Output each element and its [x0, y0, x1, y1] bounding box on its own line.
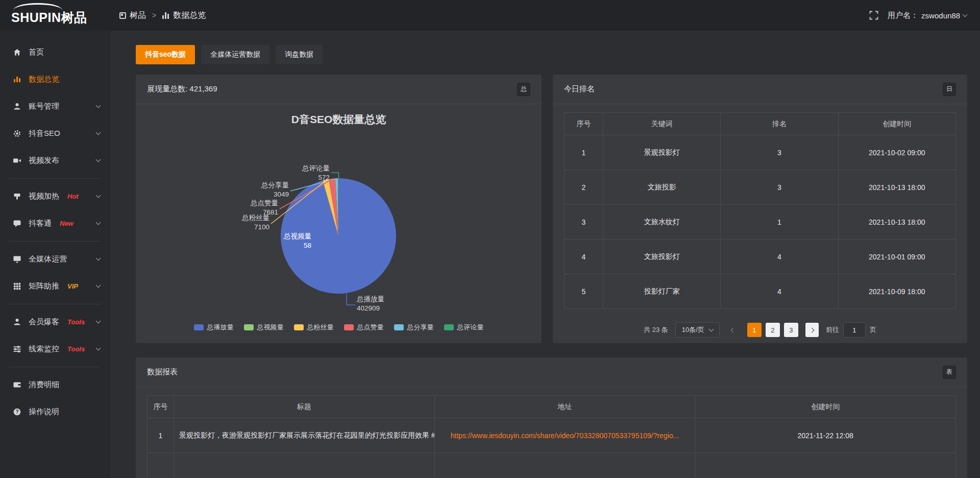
ranking-cell: 3: [565, 205, 603, 240]
sidebar-divider: [9, 178, 101, 179]
sidebar-item-heat-视频加热[interactable]: 视频加热Hot: [0, 183, 110, 210]
legend-label: 总视频量: [257, 323, 284, 332]
legend-swatch: [244, 324, 254, 330]
sidebar-item-label: 消费明细: [29, 380, 59, 390]
report-table: 序号标题地址创建时间1景观投影灯，夜游景观投影灯厂家展示展示落花灯在花园里的灯光…: [147, 395, 956, 478]
report-cell-empty: [174, 453, 435, 478]
ranking-cell: 2021-10-13 18:00: [839, 205, 956, 240]
report-panel: 数据报表 表 序号标题地址创建时间1景观投影灯，夜游景观投影灯厂家展示展示落花灯…: [136, 357, 967, 478]
tab-抖音seo数据[interactable]: 抖音seo数据: [136, 45, 195, 64]
report-link[interactable]: https://www.iesdouyin.com/share/video/70…: [451, 432, 679, 440]
report-header-地址: 地址: [435, 396, 696, 418]
username: zswodun88: [921, 11, 960, 20]
sidebar-item-sliders-线索监控[interactable]: 线索监控Tools: [0, 336, 110, 363]
sidebar-item-home-首页[interactable]: 首页: [0, 39, 110, 66]
report-cell-empty: [435, 453, 696, 478]
sidebar-item-user-会员爆客[interactable]: 会员爆客Tools: [0, 308, 110, 336]
chevron-down-icon: [96, 319, 101, 324]
sidebar-item-gear-抖音SEO[interactable]: 抖音SEO: [0, 120, 110, 147]
user-icon: [12, 102, 21, 111]
pie-label-总点赞量: 总点赞量: [250, 199, 278, 207]
main-content: 抖音seo数据全媒体运营数据询盘数据 展现量总数: 421,369 总 D音SE…: [110, 31, 980, 478]
pie-label-总播放量: 总播放量: [356, 295, 384, 303]
sidebar-item-bar-chart-数据总览[interactable]: 数据总览: [0, 66, 110, 93]
sidebar-item-wallet-消费明细[interactable]: 消费明细: [0, 371, 110, 398]
pie-label-总分享量-value: 3049: [274, 190, 289, 198]
sidebar-item-user-账号管理[interactable]: 账号管理: [0, 93, 110, 120]
ranking-header-关键词: 关键词: [603, 113, 721, 135]
app-shell: 首页数据总览账号管理抖音SEO视频发布视频加热Hot抖客通New全媒体运营矩阵助…: [0, 31, 980, 478]
pie-chart: 总评论量572总分享量3049总点赞量7681总粉丝量7100总视频量58总播放…: [136, 128, 542, 323]
ranking-table: 序号关键词排名创建时间1景观投影灯32021-10-02 09:002文旅投影3…: [564, 112, 956, 309]
username-label: 用户名：: [888, 11, 918, 20]
sidebar-item-label: 首页: [29, 47, 44, 57]
monitor-icon: [12, 255, 21, 264]
sidebar-item-tag: Tools: [67, 318, 85, 326]
sidebar-item-label: 抖音SEO: [29, 129, 60, 138]
page-buttons: 123: [747, 323, 798, 337]
ranking-table-wrap: 序号关键词排名创建时间1景观投影灯32021-10-02 09:002文旅投影3…: [553, 104, 967, 309]
legend-label: 总分享量: [407, 323, 434, 332]
question-icon: ?: [12, 408, 21, 417]
breadcrumb-root[interactable]: 树品: [119, 10, 146, 21]
sidebar-item-chat-抖客通[interactable]: 抖客通New: [0, 210, 110, 237]
legend-item-总粉丝量[interactable]: 总粉丝量: [294, 323, 334, 332]
legend-item-总评论量[interactable]: 总评论量: [444, 323, 484, 332]
total-badge[interactable]: 总: [517, 83, 530, 96]
page-button-1[interactable]: 1: [747, 323, 762, 337]
goto-page-input[interactable]: [843, 322, 866, 338]
prev-page-button[interactable]: [727, 323, 740, 337]
sidebar-item-label: 会员爆客: [29, 317, 59, 327]
impressions-total-label: 展现量总数: 421,369: [147, 84, 217, 94]
ranking-cell: 5: [565, 274, 603, 309]
ranking-panel-title: 今日排名: [564, 84, 595, 94]
sidebar-divider: [9, 241, 101, 242]
legend-item-总分享量[interactable]: 总分享量: [394, 323, 434, 332]
fullscreen-icon[interactable]: [869, 11, 878, 20]
ranking-cell: 文旅投影: [603, 170, 721, 205]
pie-label-总播放量-value: 402909: [357, 304, 380, 312]
ranking-header-序号: 序号: [565, 113, 603, 135]
page-button-3[interactable]: 3: [784, 323, 798, 337]
legend-item-总播放量[interactable]: 总播放量: [194, 323, 234, 332]
ranking-cell: 3: [721, 135, 838, 170]
breadcrumb: 树品 > 数据总览: [119, 10, 206, 21]
gear-icon: [12, 129, 21, 138]
ranking-cell: 2021-10-01 09:00: [839, 240, 956, 274]
ranking-cell: 4: [721, 274, 838, 309]
legend-label: 总评论量: [457, 323, 484, 332]
day-badge[interactable]: 日: [943, 83, 956, 96]
chat-icon: [12, 219, 21, 228]
ranking-cell: 文旅水纹灯: [603, 205, 721, 240]
sidebar-divider: [9, 367, 101, 367]
svg-text:?: ?: [15, 409, 18, 415]
sidebar-item-monitor-全媒体运营[interactable]: 全媒体运营: [0, 246, 110, 273]
pie-label-总粉丝量: 总粉丝量: [241, 214, 270, 222]
legend-swatch: [344, 324, 354, 330]
data-tabs: 抖音seo数据全媒体运营数据询盘数据: [136, 45, 967, 64]
legend-item-总视频量[interactable]: 总视频量: [244, 323, 284, 332]
sidebar-item-question-操作说明[interactable]: ?操作说明: [0, 398, 110, 425]
chevron-down-icon: [708, 326, 714, 331]
tab-全媒体运营数据[interactable]: 全媒体运营数据: [201, 45, 270, 64]
page-button-2[interactable]: 2: [766, 323, 780, 337]
sidebar-item-label: 全媒体运营: [29, 254, 67, 264]
sidebar-item-label: 视频加热: [29, 192, 59, 201]
logo-arc: [13, 3, 62, 10]
report-header-序号: 序号: [148, 396, 174, 418]
ranking-cell: 文旅投影灯: [603, 240, 721, 274]
legend-item-总点赞量[interactable]: 总点赞量: [344, 323, 384, 332]
sidebar-item-grid-矩阵助推[interactable]: 矩阵助推VIP: [0, 273, 110, 300]
next-page-button[interactable]: [805, 323, 819, 337]
sidebar-item-video-视频发布[interactable]: 视频发布: [0, 147, 110, 174]
report-cell-title: 景观投影灯，夜游景观投影灯厂家展示展示落花灯在花园里的灯光投影应用效果 #: [174, 418, 435, 453]
report-panel-title: 数据报表: [147, 367, 178, 377]
user-menu[interactable]: 用户名：zswodun88: [888, 11, 967, 20]
logo[interactable]: SHUPIN树品: [0, 0, 110, 31]
pie-label-总评论量-value: 572: [318, 174, 330, 181]
breadcrumb-current[interactable]: 数据总览: [162, 10, 206, 21]
table-badge[interactable]: 表: [943, 366, 956, 379]
tab-询盘数据[interactable]: 询盘数据: [276, 45, 323, 64]
app-root: SHUPIN树品 树品 > 数据总览 用户名：zswodun88 首页数据总览账…: [0, 0, 980, 478]
page-size-select[interactable]: 10条/页: [675, 322, 720, 338]
